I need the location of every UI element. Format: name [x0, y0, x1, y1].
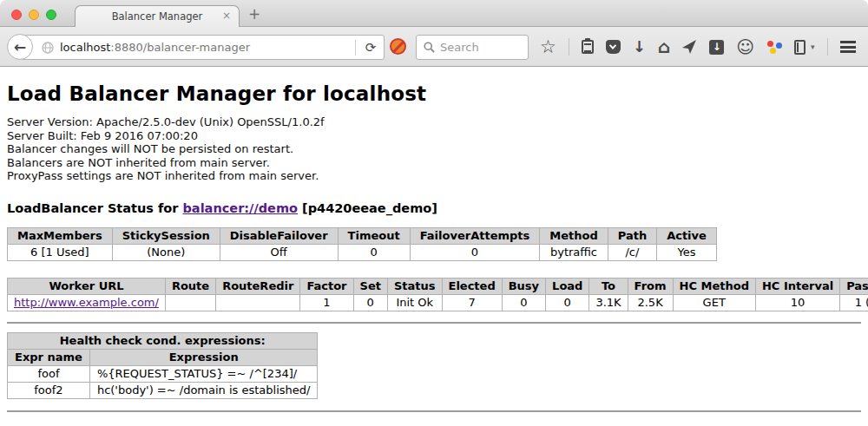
- cell-stickysession: (None): [112, 244, 220, 260]
- content-blocker-icon[interactable]: [390, 38, 406, 55]
- cell-hc-method: GET: [673, 294, 755, 311]
- page-title: Load Balancer Manager for localhost: [7, 82, 861, 105]
- balancer-settings-table: MaxMembers StickySession DisableFailover…: [7, 227, 717, 261]
- cell-load: 0: [546, 294, 589, 311]
- cell-elected: 7: [442, 294, 502, 311]
- url-host: localhost: [60, 41, 110, 54]
- cell-disablefailover: Off: [220, 244, 338, 260]
- home-icon[interactable]: ⌂: [658, 34, 670, 60]
- toolbar-icons: ☆ ↓ ⌂ ↓ ☺ ▾: [540, 34, 868, 60]
- col-status: Status: [387, 278, 442, 294]
- reload-button[interactable]: ⟳: [358, 40, 384, 56]
- cell-set: 0: [353, 294, 387, 311]
- minimize-window-button[interactable]: [29, 10, 39, 20]
- col-to: To: [589, 278, 628, 294]
- container-icon[interactable]: [794, 40, 806, 55]
- server-version-line: Server Version: Apache/2.5.0-dev (Unix) …: [7, 115, 861, 129]
- col-routeredir: RouteRedir: [216, 278, 300, 294]
- server-built-line: Server Built: Feb 9 2016 07:00:20: [7, 129, 861, 143]
- col-hc-interval: HC Interval: [755, 278, 839, 294]
- save-page-arrow: ↓: [713, 41, 721, 53]
- heading-prefix: LoadBalancer Status for: [7, 201, 182, 215]
- cell-to: 3.1K: [589, 294, 628, 311]
- globe-icon: [42, 42, 54, 54]
- col-timeout: Timeout: [338, 227, 410, 244]
- back-button[interactable]: ←: [7, 34, 33, 60]
- worker-status-table: Worker URL Route RouteRedir Factor Set S…: [7, 278, 868, 311]
- close-tab-icon[interactable]: ×: [222, 10, 231, 22]
- window-controls: [11, 10, 56, 20]
- search-icon: [424, 42, 435, 53]
- cell-route: [165, 294, 215, 311]
- toolbar-divider: [827, 38, 828, 56]
- server-info: Server Version: Apache/2.5.0-dev (Unix) …: [7, 115, 861, 183]
- new-tab-button[interactable]: +: [248, 7, 260, 22]
- col-expr-name: Expr name: [8, 349, 90, 365]
- bookmark-star-icon[interactable]: ☆: [540, 34, 556, 60]
- col-active: Active: [657, 227, 717, 244]
- col-factor: Factor: [300, 278, 353, 294]
- horizontal-rule: [7, 410, 861, 412]
- cell-expr-name: foof: [8, 365, 90, 382]
- pocket-icon[interactable]: [606, 40, 621, 54]
- send-tab-icon[interactable]: [682, 40, 697, 54]
- col-expression: Expression: [89, 349, 318, 365]
- browser-window: Balancer Manager × + ← localhost:8880/ba…: [0, 0, 868, 426]
- cell-expression: %{REQUEST_STATUS} =~ /^[234]/: [89, 365, 318, 382]
- cell-worker-url: http://www.example.com/: [8, 294, 166, 311]
- cell-hc-interval: 10: [755, 294, 839, 311]
- balancer-demo-link[interactable]: balancer://demo: [182, 201, 298, 215]
- browser-tab[interactable]: Balancer Manager ×: [75, 5, 240, 27]
- table-row: foof %{REQUEST_STATUS} =~ /^[234]/: [8, 365, 318, 382]
- search-input[interactable]: [440, 41, 518, 54]
- cell-factor: 1: [300, 294, 353, 311]
- cell-passes: 1 (0): [840, 294, 868, 311]
- extension-dots-icon[interactable]: [766, 39, 782, 55]
- url-text[interactable]: localhost:8880/balancer-manager: [60, 41, 353, 54]
- cell-status: Init Ok: [387, 294, 442, 311]
- zoom-window-button[interactable]: [46, 10, 56, 20]
- table-row: http://www.example.com/ 1 0 Init Ok 7 0 …: [8, 294, 868, 311]
- cell-from: 2.5K: [628, 294, 673, 311]
- col-disablefailover: DisableFailover: [220, 227, 338, 244]
- worker-url-link[interactable]: http://www.example.com/: [14, 296, 159, 309]
- cell-method: bytraffic: [540, 244, 608, 260]
- col-method: Method: [540, 227, 608, 244]
- clipboard-icon[interactable]: [582, 40, 594, 54]
- cell-busy: 0: [502, 294, 545, 311]
- tab-title: Balancer Manager: [112, 10, 203, 23]
- url-divider: [355, 40, 356, 56]
- col-from: From: [628, 278, 673, 294]
- page-content: Load Balancer Manager for localhost Serv…: [0, 67, 868, 426]
- search-bar[interactable]: [416, 35, 529, 60]
- heading-suffix: [p4420eeae_demo]: [298, 201, 437, 215]
- url-bar[interactable]: localhost:8880/balancer-manager ⟳: [20, 35, 385, 60]
- table-title-row: Health check cond. expressions:: [8, 332, 318, 349]
- cell-path: /c/: [608, 244, 656, 260]
- feedback-smiley-icon[interactable]: ☺: [736, 34, 754, 60]
- table-row: foof2 hc('body') =~ /domain is establish…: [8, 382, 318, 398]
- chevron-down-icon[interactable]: ▾: [811, 43, 815, 51]
- loadbalancer-status-heading: LoadBalancer Status for balancer://demo …: [7, 201, 861, 215]
- downloads-icon[interactable]: ↓: [633, 34, 646, 60]
- titlebar: Balancer Manager × +: [0, 0, 868, 27]
- cell-active: Yes: [657, 244, 717, 260]
- table-header-row: Expr name Expression: [8, 349, 318, 365]
- navigation-toolbar: ← localhost:8880/balancer-manager ⟳ ☆: [0, 27, 868, 67]
- table-header-row: MaxMembers StickySession DisableFailover…: [8, 227, 717, 244]
- persist-warning-line: Balancer changes will NOT be persisted o…: [7, 142, 861, 156]
- close-window-button[interactable]: [11, 10, 22, 20]
- table-header-row: Worker URL Route RouteRedir Factor Set S…: [8, 278, 868, 294]
- table-row: 6 [1 Used] (None) Off 0 0 bytraffic /c/ …: [8, 244, 717, 260]
- col-busy: Busy: [502, 278, 545, 294]
- menu-icon[interactable]: [840, 41, 856, 53]
- cell-expression: hc('body') =~ /domain is established/: [89, 382, 318, 398]
- col-elected: Elected: [442, 278, 502, 294]
- col-hc-method: HC Method: [673, 278, 755, 294]
- cell-maxmembers: 6 [1 Used]: [8, 244, 113, 260]
- col-path: Path: [608, 227, 656, 244]
- cell-failoverattempts: 0: [410, 244, 540, 260]
- save-page-icon[interactable]: ↓: [709, 40, 724, 55]
- cell-timeout: 0: [338, 244, 410, 260]
- cell-routeredir: [216, 294, 300, 311]
